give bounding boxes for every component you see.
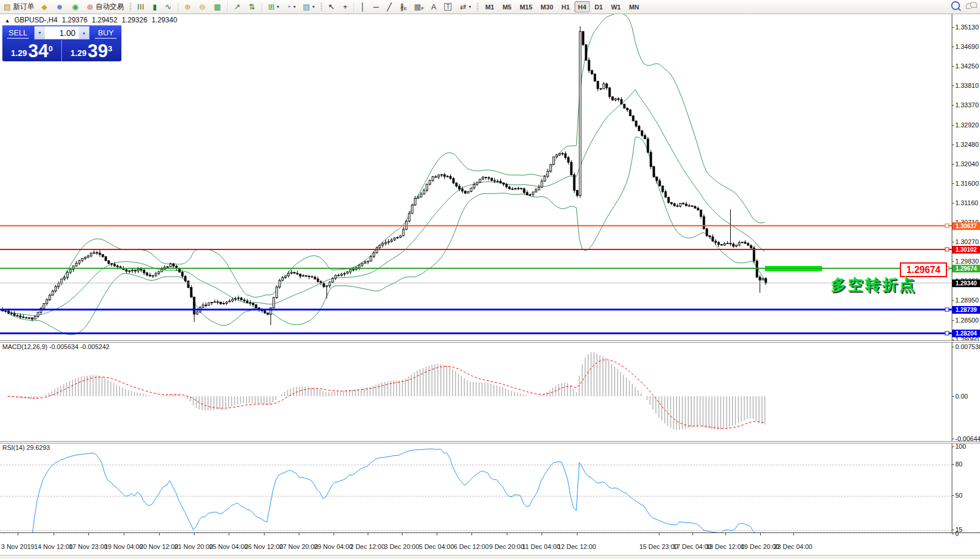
candle-body: [709, 236, 711, 237]
candle-body: [208, 302, 210, 305]
support-button[interactable]: ☻: [52, 1, 68, 13]
time-axis-tick: [659, 532, 659, 535]
axis-tick: [952, 86, 954, 86]
zoom-out-button[interactable]: ⊖: [196, 1, 210, 13]
autotrade-button[interactable]: ⊚自动交易: [84, 1, 127, 13]
periods-dropdown-icon[interactable]: ▾: [293, 4, 296, 9]
search-icon[interactable]: [951, 1, 960, 10]
macd-pane-separator[interactable]: [0, 340, 980, 343]
timeframe-mn-button[interactable]: MN: [625, 1, 642, 12]
candle-body: [547, 171, 549, 176]
toolbar-drag-handle[interactable]: [477, 3, 479, 11]
buy-price[interactable]: 1.29 39 3: [62, 40, 121, 61]
periods-button[interactable]: ◔▾: [283, 1, 299, 13]
chart-shift-button[interactable]: ⇅: [246, 1, 259, 13]
toolbar-drag-handle[interactable]: [321, 3, 322, 11]
text-label-button[interactable]: T: [441, 1, 456, 13]
tile-windows-button[interactable]: ▦: [211, 1, 225, 13]
signal-button[interactable]: ◉: [69, 1, 83, 13]
ohlc-high: 1.29452: [92, 16, 117, 24]
hline-handle[interactable]: [945, 248, 949, 251]
text-label-icon: T: [444, 3, 451, 11]
candle-body: [420, 194, 422, 197]
vertical-line-button[interactable]: │: [357, 1, 369, 13]
chat-icon[interactable]: [966, 2, 976, 9]
timeframe-m1-button[interactable]: M1: [481, 1, 497, 12]
candle-body: [738, 242, 740, 245]
equidistant-channel-button[interactable]: ∦E: [397, 1, 410, 13]
volume-decrease-button[interactable]: ▼: [35, 27, 45, 39]
candle-body: [514, 189, 516, 190]
candle-body: [270, 308, 272, 314]
rsi-axis-label: 0: [955, 530, 980, 537]
main-toolbar: ▤新订单◆☻◉⊚自动交易☰▮∿⊕⊖▦↗⇅⊞▾◔▾▤▾↖+│─╱∦E▦FAT⇄▾ …: [0, 0, 980, 14]
autotrade-label: 自动交易: [95, 2, 124, 12]
hline-handle[interactable]: [945, 308, 949, 311]
timeframe-m15-button[interactable]: M15: [516, 1, 536, 12]
templates-button[interactable]: ▤▾: [300, 1, 318, 13]
zoom-in-button[interactable]: ⊕: [182, 1, 195, 13]
arrows-dropdown-icon[interactable]: ▾: [468, 4, 471, 9]
templates-dropdown-icon[interactable]: ▾: [312, 4, 315, 9]
timeframe-h4-button[interactable]: H4: [575, 1, 590, 12]
sell-button[interactable]: SELL: [2, 25, 34, 40]
candle-body: [724, 244, 725, 245]
timeframe-m30-button[interactable]: M30: [537, 1, 556, 12]
time-axis-label: 23 Dec 04:00: [774, 543, 812, 550]
candle-body: [759, 277, 761, 280]
add-indicator-button[interactable]: ⊞▾: [265, 1, 282, 13]
candle-body: [444, 175, 446, 176]
candle-body: [273, 298, 275, 308]
hline-handle[interactable]: [945, 331, 949, 335]
new-order-button[interactable]: ▤新订单: [1, 1, 37, 13]
candle-body: [506, 185, 507, 188]
timeframe-w1-button[interactable]: W1: [608, 1, 625, 12]
candle-body: [25, 318, 27, 318]
candle-body: [182, 272, 183, 277]
candle-body: [618, 98, 619, 99]
cursor-button[interactable]: ↖: [325, 1, 339, 13]
trendline-button[interactable]: ╱: [384, 1, 396, 13]
time-axis-tick: [692, 532, 693, 535]
price-axis-label: 1.33810: [955, 82, 980, 89]
rsi-pane-separator[interactable]: [0, 441, 980, 443]
candle-body: [491, 178, 493, 180]
collapse-icon[interactable]: ▲: [5, 18, 10, 24]
price-axis-label: 1.34690: [955, 43, 980, 50]
horizontal-line-button[interactable]: ─: [371, 1, 383, 13]
volume-input[interactable]: 1.00: [45, 27, 79, 39]
sell-price[interactable]: 1.29 34 0: [2, 40, 62, 61]
hline-price-tag: 1.30637: [952, 222, 980, 230]
candle-body: [84, 257, 86, 258]
volume-increase-button[interactable]: ▲: [79, 27, 89, 39]
timeframe-m5-button[interactable]: M5: [499, 1, 515, 12]
candle-body: [765, 278, 767, 283]
price-axis-label: 1.30270: [955, 238, 980, 245]
toolbar-items: ▤新订单◆☻◉⊚自动交易☰▮∿⊕⊖▦↗⇅⊞▾◔▾▤▾↖+│─╱∦E▦FAT⇄▾: [0, 1, 481, 13]
buy-button[interactable]: BUY: [90, 25, 121, 40]
candle-body: [311, 277, 313, 277]
timeframe-h1-button[interactable]: H1: [558, 1, 573, 12]
hline-handle[interactable]: [945, 224, 949, 228]
add-indicator-dropdown-icon[interactable]: ▾: [277, 4, 279, 9]
candle-body: [128, 271, 130, 271]
candle-body: [438, 175, 440, 177]
chart-candles-button[interactable]: ▮: [150, 1, 161, 13]
crosshair-button[interactable]: +: [340, 1, 352, 13]
fibonacci-button[interactable]: ▦F: [411, 1, 427, 13]
toolbar-drag-handle[interactable]: [130, 3, 131, 11]
timeframe-d1-button[interactable]: D1: [591, 1, 606, 12]
arrows-button[interactable]: ⇄▾: [457, 1, 474, 13]
auto-scroll-button[interactable]: ↗: [231, 1, 245, 13]
candle-body: [523, 189, 525, 192]
candle-body: [134, 270, 136, 271]
sell-price-big: 34: [28, 42, 48, 60]
price-axis-label: 1.28950: [955, 297, 980, 304]
turning-point-annotation[interactable]: 多空转折点: [831, 275, 916, 295]
highlighter-button[interactable]: ◆: [38, 1, 51, 13]
candle-body: [64, 277, 65, 279]
chart-line-button[interactable]: ∿: [162, 1, 176, 13]
text-button[interactable]: A: [428, 1, 441, 13]
chart-bars-button[interactable]: ☰: [134, 1, 149, 13]
candle-body: [520, 188, 522, 189]
